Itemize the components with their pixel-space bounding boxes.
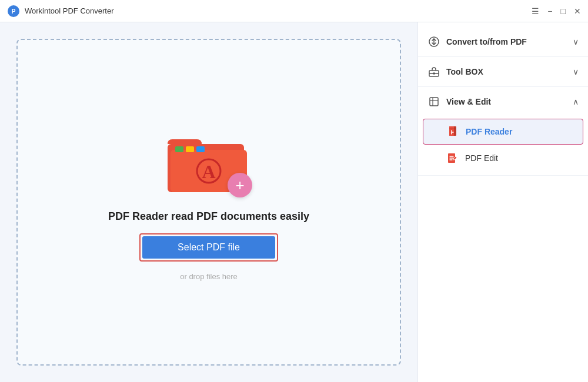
sidebar-section-toolbox-chevron: ∨ [573, 67, 579, 76]
svg-rect-6 [196, 146, 205, 152]
maximize-button[interactable]: □ [561, 7, 566, 15]
pdf-edit-icon [446, 152, 459, 165]
sidebar-item-pdf-edit-label: PDF Edit [465, 153, 498, 163]
pdf-reader-icon [447, 125, 460, 138]
view-edit-icon [427, 95, 440, 108]
app-logo: P [7, 5, 20, 18]
convert-icon [427, 35, 440, 48]
sidebar-section-convert-chevron: ∨ [573, 37, 579, 46]
svg-rect-4 [175, 146, 183, 152]
folder-icon-wrap: A + [162, 123, 256, 200]
close-button[interactable]: ✕ [574, 7, 581, 15]
sidebar-item-pdf-edit[interactable]: PDF Edit [418, 146, 588, 170]
select-btn-wrap: Select PDF file [139, 233, 278, 262]
app-title: Workintool PDF Converter [25, 6, 532, 15]
svg-text:P: P [12, 8, 16, 15]
main-layout: A + PDF Reader read PDF documents easily… [0, 22, 588, 382]
sidebar-section-convert-header[interactable]: Convert to/from PDF ∨ [418, 27, 588, 56]
sidebar-section-view-edit-chevron: ∧ [573, 97, 579, 106]
sidebar-section-view-edit-label: View & Edit [446, 97, 573, 106]
svg-text:A: A [202, 161, 215, 182]
sidebar-section-toolbox-header[interactable]: Tool BOX ∨ [418, 57, 588, 86]
sidebar-section-toolbox: Tool BOX ∨ [418, 57, 588, 87]
window-controls: ☰ − □ ✕ [532, 7, 581, 15]
minimize-button[interactable]: − [547, 7, 552, 15]
sidebar-section-view-edit: View & Edit ∧ PDF Reader [418, 87, 588, 176]
sidebar-section-toolbox-label: Tool BOX [446, 67, 573, 76]
svg-rect-14 [430, 98, 438, 106]
select-pdf-button[interactable]: Select PDF file [142, 236, 275, 259]
sidebar-section-convert: Convert to/from PDF ∨ [418, 27, 588, 57]
toolbox-icon [427, 65, 440, 78]
content-area: A + PDF Reader read PDF documents easily… [0, 22, 417, 382]
svg-rect-13 [433, 73, 435, 75]
sidebar-item-pdf-reader[interactable]: PDF Reader [423, 119, 583, 145]
svg-rect-5 [186, 146, 194, 152]
sidebar-view-edit-items: PDF Reader PDF Edit [418, 116, 588, 175]
drop-zone[interactable]: A + PDF Reader read PDF documents easily… [16, 39, 401, 366]
titlebar: P Workintool PDF Converter ☰ − □ ✕ [0, 0, 588, 22]
plus-badge: + [228, 173, 252, 197]
sidebar-section-view-edit-header[interactable]: View & Edit ∧ [418, 87, 588, 116]
sidebar-item-pdf-reader-label: PDF Reader [466, 127, 512, 136]
drop-zone-label: PDF Reader read PDF documents easily [108, 210, 309, 223]
sidebar: Convert to/from PDF ∨ Tool BOX ∨ [417, 22, 588, 382]
sidebar-section-convert-label: Convert to/from PDF [446, 37, 573, 46]
menu-icon[interactable]: ☰ [532, 7, 539, 15]
drop-hint: or drop files here [180, 272, 238, 281]
